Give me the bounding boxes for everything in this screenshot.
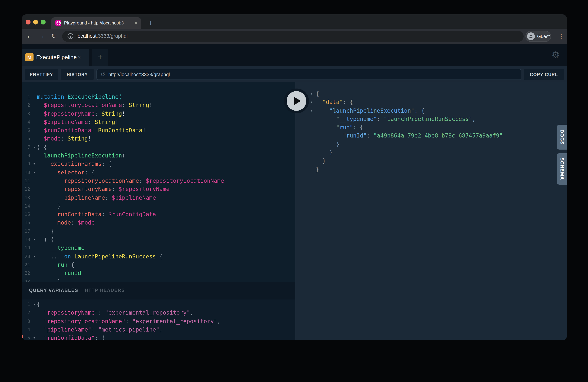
code-line: 4 $pipelineName: String!	[22, 118, 295, 127]
code-text: "repositoryLocationName": "experimental_…	[37, 317, 221, 325]
line-number: 10	[22, 168, 30, 177]
code-line: 11 repositoryLocationName: $repositoryLo…	[22, 177, 295, 185]
code-text: $runConfigData: RunConfigData!	[37, 126, 146, 135]
code-text: "repositoryName": "experimental_reposito…	[37, 309, 193, 317]
url-field[interactable]: localhost:3333/graphql	[62, 31, 524, 42]
code-line: ▾{	[295, 90, 567, 98]
line-number: 9	[22, 160, 30, 169]
code-text: launchPipelineExecution(	[37, 151, 126, 160]
code-text: runId	[37, 269, 81, 277]
history-button[interactable]: HISTORY	[61, 69, 94, 80]
code-text: $repositoryLocationName: String!	[37, 101, 152, 110]
line-number: 4	[22, 118, 30, 127]
line-number: 4	[22, 325, 30, 334]
line-number: 19	[22, 244, 30, 253]
copy-curl-button[interactable]: COPY CURL	[524, 69, 564, 80]
playground-tab-executepipeline[interactable]: M ExecutePipeline ×	[22, 49, 89, 66]
line-number: 16	[22, 219, 30, 227]
code-line: 20▾ ... on LaunchPipelineRunSuccess {	[22, 252, 295, 261]
code-text: mutation ExecutePipeline(	[37, 93, 122, 101]
endpoint-input[interactable]: ↺ http://localhost:3333/graphql	[96, 69, 521, 80]
code-text: run {	[37, 261, 74, 269]
fold-arrow-icon[interactable]: ▾	[32, 235, 37, 244]
code-text: pipelineName: $pipelineName	[37, 193, 156, 202]
tab-close-icon[interactable]: ×	[134, 17, 138, 29]
code-line: 6 $mode: String!	[22, 135, 295, 143]
execute-query-button[interactable]	[284, 88, 309, 113]
fold-arrow-icon[interactable]: ▾	[32, 252, 37, 261]
docs-side-tab[interactable]: DOCS	[557, 125, 567, 149]
code-line: 15 runConfigData: $runConfigData	[22, 210, 295, 219]
window-controls	[26, 20, 45, 24]
browser-address-bar: ← → ↻ localhost:3333/graphql Guest ⋮	[22, 29, 567, 44]
back-icon[interactable]: ←	[26, 29, 33, 44]
fold-arrow-icon[interactable]: ▾	[32, 334, 37, 340]
mutation-badge: M	[25, 53, 34, 62]
minimize-window-button[interactable]	[33, 20, 38, 24]
site-info-icon[interactable]	[67, 33, 73, 39]
code-line: 17 }	[22, 227, 295, 236]
code-line: 13 pipelineName: $pipelineName	[22, 193, 295, 202]
fold-arrow-icon[interactable]: ▾	[32, 143, 37, 152]
code-line: "__typename": "LaunchPipelineRunSuccess"…	[295, 115, 567, 123]
tab-http-headers[interactable]: HTTP HEADERS	[85, 282, 125, 299]
code-text: "__typename": "LaunchPipelineRunSuccess"…	[316, 115, 476, 123]
code-text: repositoryName: $repositoryName	[37, 185, 169, 194]
fold-arrow-icon[interactable]: ▾	[309, 90, 314, 98]
schema-side-tab[interactable]: SCHEMA	[557, 153, 567, 185]
profile-button[interactable]: Guest	[525, 31, 551, 42]
code-line: ▾ "data": {	[295, 98, 567, 106]
url-text: localhost:3333/graphql	[77, 31, 128, 42]
code-line: 21 run {	[22, 261, 295, 269]
playground-new-tab-button[interactable]: +	[92, 49, 108, 66]
profile-label: Guest	[537, 34, 550, 39]
fold-arrow-icon[interactable]: ▾	[32, 300, 37, 309]
line-number: 3	[22, 317, 30, 325]
browser-window: Playground - http://localhost:3 × + ← → …	[22, 14, 567, 340]
code-line: }	[295, 149, 567, 157]
url-host: localhost	[77, 33, 97, 39]
code-text: "runConfigData": {	[37, 334, 105, 340]
prettify-button[interactable]: PRETTIFY	[25, 69, 58, 80]
close-window-button[interactable]	[26, 20, 30, 24]
code-text: selector: {	[37, 168, 95, 177]
line-number: 14	[22, 202, 30, 211]
query-variables-pane[interactable]: 1▾{2 "repositoryName": "experimental_rep…	[22, 299, 295, 340]
line-number: 5	[22, 334, 30, 340]
query-variables-code: 1▾{2 "repositoryName": "experimental_rep…	[22, 299, 295, 340]
reload-icon[interactable]: ↻	[51, 29, 56, 44]
forward-icon[interactable]: →	[39, 29, 45, 44]
fold-arrow-icon[interactable]: ▾	[32, 160, 37, 169]
zoom-window-button[interactable]	[41, 20, 45, 24]
endpoint-reset-icon[interactable]: ↺	[101, 71, 105, 78]
line-number: 13	[22, 193, 30, 202]
query-editor-pane[interactable]: 1mutation ExecutePipeline(2 $repositoryL…	[22, 82, 295, 282]
fold-arrow-icon[interactable]: ▾	[309, 98, 314, 106]
fold-arrow-icon[interactable]: ▾	[32, 168, 37, 177]
code-line: 7▾) {	[22, 143, 295, 152]
fold-arrow-icon[interactable]: ▾	[309, 106, 314, 115]
code-line: }	[295, 140, 567, 149]
playground-tab-close-icon[interactable]: ×	[78, 49, 81, 66]
code-line: 16 mode: $mode	[22, 219, 295, 227]
avatar-icon	[527, 32, 535, 40]
code-text: ) {	[37, 143, 47, 152]
tab-query-variables[interactable]: QUERY VARIABLES	[29, 282, 78, 299]
code-line: "runId": "a49b864a-79e2-4be8-b78c-687457…	[295, 132, 567, 140]
line-number: 23	[22, 277, 30, 282]
settings-gear-icon[interactable]: ⚙	[550, 45, 561, 64]
code-line: 2 "repositoryName": "experimental_reposi…	[22, 309, 295, 317]
code-line: 12 repositoryName: $repositoryName	[22, 185, 295, 194]
browser-tabstrip: Playground - http://localhost:3 × +	[22, 14, 567, 29]
code-text: "run": {	[316, 123, 363, 132]
browser-menu-icon[interactable]: ⋮	[558, 29, 564, 44]
line-number: 21	[22, 261, 30, 269]
browser-tab[interactable]: Playground - http://localhost:3 ×	[51, 17, 141, 29]
new-tab-button[interactable]: +	[146, 17, 156, 29]
code-text: {	[316, 90, 319, 98]
code-line: 18▾ ) {	[22, 235, 295, 244]
code-text: }	[316, 165, 319, 174]
line-number: 12	[22, 185, 30, 194]
code-text: "runId": "a49b864a-79e2-4be8-b78c-687457…	[316, 132, 503, 140]
graphql-playground: M ExecutePipeline × + ⚙ PRETTIFY HISTORY…	[22, 44, 567, 340]
